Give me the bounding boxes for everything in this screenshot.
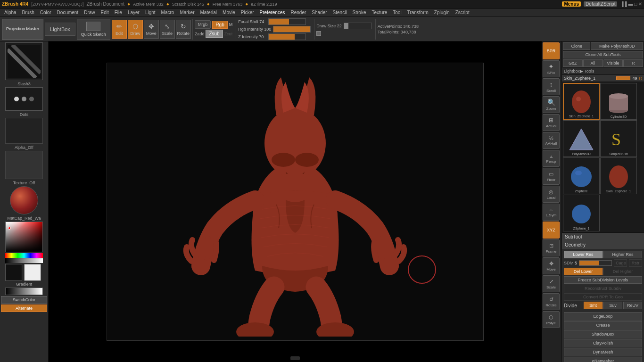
subtool-skin-zsphere2[interactable]: Skin_ZSphere_1 [600,157,637,194]
del-lower-button[interactable]: Del Lower [564,268,603,275]
menu-tool[interactable]: Tool [390,9,404,16]
color-gradient[interactable] [5,222,43,252]
rgb-intensity-slider[interactable] [273,26,311,33]
move-button[interactable]: ✥ Move [144,20,159,39]
menu-alpha[interactable]: Alpha [2,9,19,16]
lightbox-button[interactable]: LightBox [45,23,75,36]
subtool-header[interactable]: SubTool [562,233,644,241]
canvas-area[interactable] [49,41,542,362]
del-higher-button[interactable]: Del Higher [603,268,642,275]
texture-thumbnail[interactable] [5,151,43,179]
quick-sketch-button[interactable]: Quick Sketch [77,19,110,40]
menu-zscript[interactable]: Zscript [453,9,472,16]
mrgb-button[interactable]: Mrgb [195,20,211,29]
hue-bar[interactable] [5,253,43,258]
rotate-button[interactable]: ↻ Rotate [176,20,191,39]
menus-button[interactable]: Menus [562,1,581,7]
draw-size-slider[interactable] [344,23,372,29]
lower-res-button[interactable]: Lower Res [564,251,603,258]
clone-button[interactable]: Clone [563,42,590,50]
freeze-subdiv-button[interactable]: Freeze SubDivision Levels [564,276,642,284]
projection-master-button[interactable]: Projection Master [2,19,43,40]
menu-picker[interactable]: Picker [239,9,256,16]
convert-bpr-button[interactable]: Convert BPR To Geo [564,293,642,301]
local-button[interactable]: ◎ Local [543,186,560,203]
xyz-button[interactable]: XYZ [543,222,560,239]
edgeloop-button[interactable]: EdgeLoop [564,312,642,321]
menu-color[interactable]: Color [38,9,54,16]
white-swatch[interactable] [24,264,41,281]
floor-button[interactable]: ▭ Floor [543,168,560,185]
skin-slider[interactable] [616,76,630,80]
menu-material[interactable]: Material [198,9,220,16]
visible-button[interactable]: Visible [603,59,623,67]
gradient-bar[interactable] [5,288,43,295]
dynamesh-button[interactable]: DynaMesh [564,348,642,356]
alpha-thumbnail[interactable] [5,42,43,80]
reuv-button[interactable]: ReUV [623,302,642,309]
qremesher-button[interactable]: qRemesher [564,357,642,362]
r-button[interactable]: R [623,59,643,67]
frame-button[interactable]: ⊡ Frame [543,239,560,256]
reconstruct-subdiv-button[interactable]: Reconstruct Subdiv [564,285,642,292]
switch-color-button[interactable]: SwitchColor [1,296,47,304]
menu-light[interactable]: Light [143,9,158,16]
menu-layer[interactable]: Layer [125,9,142,16]
menu-movie[interactable]: Movie [220,9,238,16]
clone-all-button[interactable]: Clone All SubTools [563,51,643,58]
aahalf-button[interactable]: ½ AAHalf [543,132,560,149]
rgb-button[interactable]: Rgb [212,21,227,29]
menu-texture[interactable]: Texture [369,9,389,16]
all-button[interactable]: All [583,59,603,67]
subtool-simplebrush[interactable]: S SimpleBrush [600,120,637,157]
lightbox-tools-row[interactable]: Lightbox▶ Tools [562,68,644,75]
smt-button[interactable]: Smt [584,302,603,309]
suv-button[interactable]: Suv [603,302,622,309]
menu-edit[interactable]: Edit [99,9,111,16]
focal-shift-slider[interactable] [268,18,306,25]
scroll-button[interactable]: ↕ Scroll [543,78,560,95]
cage-button[interactable]: Cage [614,259,627,267]
menu-macro[interactable]: Macro [159,9,177,16]
black-swatch[interactable] [5,264,22,281]
menu-shader[interactable]: Shader [309,9,329,16]
menu-draw[interactable]: Draw [82,9,97,16]
menu-render[interactable]: Render [289,9,309,16]
dots-thumbnail[interactable] [5,87,43,111]
menu-file[interactable]: File [112,9,124,16]
menu-marker[interactable]: Marker [177,9,197,16]
scale-tool-button[interactable]: ⤢ Scale [543,275,560,292]
matcap-ball[interactable] [10,186,38,214]
subtool-skin-zsphere[interactable]: Skin_ZSphere_1 [563,83,600,120]
menu-stencil[interactable]: Stencil [330,9,349,16]
scale-button[interactable]: ⤡ Scale [160,20,175,39]
subtool-polymesh[interactable]: PolyMesh3D [563,120,600,157]
menu-transform[interactable]: Transform [405,9,431,16]
claypolish-button[interactable]: ClayPolish [564,339,642,347]
subtool-cylinder[interactable]: Cylinder3D [600,83,637,120]
default-zscript[interactable]: DefaultZScript [584,1,617,7]
make-polymesh-button[interactable]: Make PolyMesh3D [591,42,643,50]
subtool-zsphere2[interactable]: ZSphere_1 [563,195,600,231]
menu-zplugin[interactable]: Zplugin [432,9,452,16]
menu-preferences[interactable]: Preferences [257,9,288,16]
zsub-button[interactable]: Zsub [206,30,223,38]
edit-button[interactable]: ✏ Edit [112,20,127,39]
persp-button[interactable]: ⟁ Persp [543,150,560,167]
menu-brush[interactable]: Brush [20,9,37,16]
bpr-button[interactable]: BPR [543,42,560,59]
value-bar[interactable] [5,258,43,263]
alpha-off-thumbnail[interactable] [5,118,43,144]
z-intensity-slider[interactable] [268,33,306,40]
menu-document[interactable]: Document [55,9,81,16]
geometry-header[interactable]: Geometry [562,241,644,249]
spix-button[interactable]: ✦ SPix [543,60,560,77]
lsym-button[interactable]: ↔ L.Sym [543,204,560,221]
rstr-button[interactable]: Rstr [629,259,642,267]
goz-button[interactable]: GoZ [563,59,583,67]
crease-button[interactable]: Crease [564,321,642,329]
draw-button[interactable]: ⬡ Draw [128,20,143,39]
actual-button[interactable]: ⊞ Actual [543,114,560,131]
subtool-zsphere[interactable]: ZSphere [563,157,600,194]
zoom-button[interactable]: 🔍 Zoom [543,96,560,113]
